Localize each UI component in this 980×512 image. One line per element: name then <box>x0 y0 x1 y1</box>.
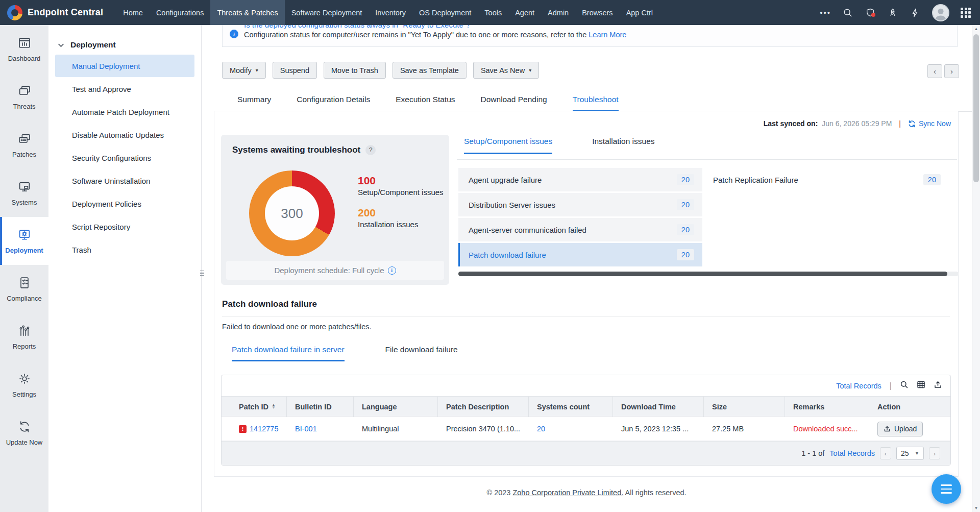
rail-threats[interactable]: Threats <box>0 73 48 121</box>
issue-agent-server-communication[interactable]: Agent-server communication failed 20 <box>458 218 702 241</box>
apps-grid-icon[interactable] <box>961 8 971 18</box>
brand[interactable]: Endpoint Central <box>0 0 116 25</box>
tree-item-security-configurations[interactable]: Security Configurations <box>55 147 194 169</box>
troubleshoot-donut[interactable]: 300 <box>249 170 335 256</box>
bulletin-id-link[interactable]: BI-001 <box>295 425 317 433</box>
modify-button[interactable]: Modify▾ <box>222 62 266 79</box>
count-badge[interactable]: 20 <box>677 174 694 185</box>
tab-file-download-failure[interactable]: File download failure <box>385 345 458 361</box>
nav-agent[interactable]: Agent <box>508 0 541 25</box>
user-avatar[interactable] <box>932 4 949 21</box>
move-to-trash-button[interactable]: Move to Trash <box>324 62 386 79</box>
issue-agent-upgrade-failure[interactable]: Agent upgrade failure 20 <box>458 168 702 191</box>
rail-compliance[interactable]: Compliance <box>0 265 48 313</box>
tab-execution-status[interactable]: Execution Status <box>396 92 455 112</box>
tab-setup-component-issues[interactable]: Setup/Component issues <box>464 137 552 154</box>
tree-item-deployment-policies[interactable]: Deployment Policies <box>55 192 194 215</box>
col-patch-id[interactable]: Patch ID ▲▼ <box>222 397 287 417</box>
scrollbar-thumb[interactable] <box>973 34 979 182</box>
rail-settings[interactable]: Settings <box>0 361 48 409</box>
total-records-link[interactable]: Total Records <box>836 382 881 390</box>
nav-tools[interactable]: Tools <box>478 0 508 25</box>
nav-threats-patches[interactable]: Threats & Patches <box>210 0 284 25</box>
nav-inventory[interactable]: Inventory <box>369 0 412 25</box>
nav-os-deployment[interactable]: OS Deployment <box>412 0 478 25</box>
help-icon[interactable]: ? <box>365 145 376 155</box>
tab-troubleshoot[interactable]: Troubleshoot <box>573 92 619 112</box>
save-as-template-button[interactable]: Save as Template <box>393 62 467 79</box>
horizontal-scrollbar[interactable] <box>458 272 959 276</box>
suspend-button[interactable]: Suspend <box>273 62 317 79</box>
page-size-select[interactable]: 25 ▼ <box>896 447 924 460</box>
security-shield-icon[interactable] <box>865 7 876 18</box>
scrollbar-thumb[interactable] <box>458 272 947 276</box>
cell-remarks[interactable]: Downloaded succ... <box>785 417 869 441</box>
tree-item-automate-patch-deployment[interactable]: Automate Patch Deployment <box>55 101 194 123</box>
tree-header[interactable]: Deployment <box>48 25 201 55</box>
systems-count-link[interactable]: 20 <box>537 425 545 433</box>
col-bulletin-id[interactable]: Bulletin ID <box>287 397 354 417</box>
learn-more-link[interactable]: Learn More <box>589 31 626 39</box>
next-record-button[interactable]: › <box>944 64 959 78</box>
info-icon[interactable]: i <box>388 266 396 275</box>
tab-download-pending[interactable]: Download Pending <box>481 92 547 112</box>
tab-patch-download-failure-in-server[interactable]: Patch download failure in server <box>232 345 345 361</box>
next-page-button[interactable]: › <box>929 447 940 459</box>
lightning-icon[interactable] <box>910 7 921 18</box>
setup-component-count[interactable]: 100 <box>358 175 445 187</box>
rocket-icon[interactable] <box>887 7 898 18</box>
export-icon[interactable] <box>934 380 942 391</box>
tree-item-trash[interactable]: Trash <box>55 238 194 261</box>
nav-admin[interactable]: Admin <box>541 0 575 25</box>
upload-button[interactable]: Upload <box>877 422 923 436</box>
column-chooser-icon[interactable] <box>917 380 925 391</box>
tree-item-software-uninstallation[interactable]: Software Uninstallation <box>55 169 194 192</box>
installation-count[interactable]: 200 <box>358 207 445 219</box>
sort-icon[interactable]: ▲▼ <box>272 404 276 409</box>
rail-patches[interactable]: Patches <box>0 121 48 169</box>
count-badge[interactable]: 20 <box>677 199 694 210</box>
col-download-time[interactable]: Download Time <box>613 397 704 417</box>
rail-deployment[interactable]: Deployment <box>0 217 48 265</box>
rail-reports[interactable]: Reports <box>0 313 48 361</box>
nav-home[interactable]: Home <box>116 0 150 25</box>
nav-app-ctrl[interactable]: App Ctrl <box>620 0 659 25</box>
search-icon[interactable] <box>842 7 853 18</box>
tree-item-manual-deployment[interactable]: Manual Deployment <box>55 55 194 77</box>
rail-update-now[interactable]: Update Now <box>0 409 48 457</box>
issue-patch-download-failure[interactable]: Patch download failure 20 <box>458 243 702 266</box>
tab-summary[interactable]: Summary <box>237 92 271 112</box>
tree-item-test-and-approve[interactable]: Test and Approve <box>55 78 194 100</box>
nav-configurations[interactable]: Configurations <box>150 0 211 25</box>
save-as-new-button[interactable]: Save As New▾ <box>473 62 539 79</box>
more-menu-icon[interactable]: ••• <box>820 8 831 17</box>
zoho-link[interactable]: Zoho Corporation Private Limited. <box>512 489 623 497</box>
tab-installation-issues[interactable]: Installation issues <box>592 137 654 154</box>
col-remarks[interactable]: Remarks <box>785 397 869 417</box>
banner-question-link[interactable]: Is the deployed configuration status alw… <box>244 25 957 29</box>
table-search-icon[interactable] <box>900 380 909 391</box>
sync-now-link[interactable]: Sync Now <box>908 119 951 128</box>
tree-item-script-repository[interactable]: Script Repository <box>55 215 194 238</box>
panel-resize-handle[interactable] <box>200 263 205 283</box>
issue-patch-replication-failure[interactable]: Patch Replication Failure 20 <box>713 168 949 191</box>
count-badge[interactable]: 20 <box>677 249 694 260</box>
nav-browsers[interactable]: Browsers <box>575 0 619 25</box>
col-action[interactable]: Action <box>869 397 950 417</box>
prev-page-button[interactable]: ‹ <box>880 447 891 459</box>
col-size[interactable]: Size <box>704 397 785 417</box>
tab-configuration-details[interactable]: Configuration Details <box>297 92 370 112</box>
nav-software-deployment[interactable]: Software Deployment <box>285 0 369 25</box>
scroll-up-arrow[interactable]: ▲ <box>972 25 980 33</box>
total-records-link[interactable]: Total Records <box>829 449 875 457</box>
rail-dashboard[interactable]: Dashboard <box>0 25 48 73</box>
patch-id-link[interactable]: 1412775 <box>250 425 278 433</box>
col-systems-count[interactable]: Systems count <box>529 397 613 417</box>
issue-distribution-server[interactable]: Distribution Server issues 20 <box>458 193 702 216</box>
col-language[interactable]: Language <box>354 397 438 417</box>
vertical-scrollbar[interactable]: ▲ ▼ <box>972 25 980 512</box>
previous-record-button[interactable]: ‹ <box>927 64 942 78</box>
count-badge[interactable]: 20 <box>677 224 694 235</box>
col-patch-description[interactable]: Patch Description <box>438 397 529 417</box>
floating-menu-button[interactable] <box>932 474 961 504</box>
